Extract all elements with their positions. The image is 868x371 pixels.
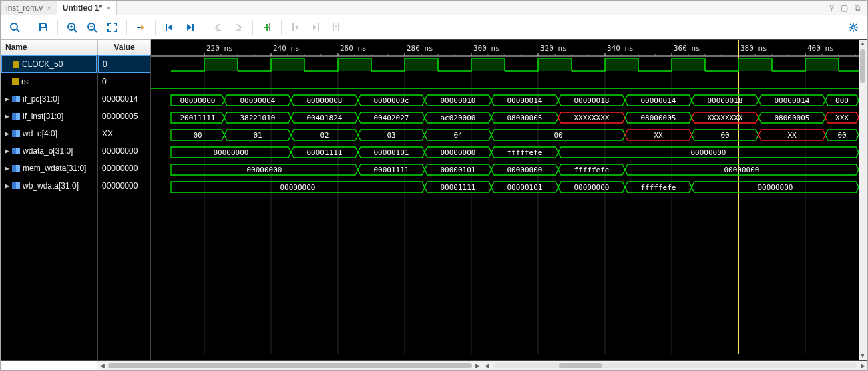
- svg-rect-17: [318, 23, 319, 31]
- swap-markers-icon[interactable]: [327, 19, 345, 36]
- next-marker-icon[interactable]: [307, 19, 324, 36]
- go-last-icon[interactable]: [181, 19, 198, 36]
- svg-text:00000101: 00000101: [507, 183, 543, 192]
- svg-text:00000000: 00000000: [280, 183, 316, 192]
- waveform-viewport[interactable]: 220 ns240 ns260 ns280 ns300 ns320 ns340 …: [151, 39, 867, 361]
- signal-row[interactable]: CLOCK_50: [1, 55, 97, 73]
- svg-line-5: [74, 29, 77, 32]
- svg-text:00000000: 00000000: [574, 183, 610, 192]
- svg-text:00001111: 00001111: [307, 148, 343, 157]
- names-h-scrollbar[interactable]: ◀▶: [97, 361, 483, 370]
- svg-text:03: 03: [387, 131, 395, 140]
- signal-value-cell[interactable]: 00000014: [98, 90, 150, 108]
- name-column-header[interactable]: Name: [1, 39, 97, 55]
- svg-text:00000014: 00000014: [641, 96, 676, 105]
- signal-row[interactable]: ▶wdata_o[31:0]: [1, 142, 97, 160]
- svg-text:0000000c: 0000000c: [374, 96, 409, 105]
- toolbar: [1, 15, 867, 39]
- svg-text:00001111: 00001111: [441, 183, 476, 192]
- signal-value-cell[interactable]: 00000000: [98, 142, 150, 160]
- svg-text:00000004: 00000004: [240, 96, 276, 105]
- bus-signal-icon: [12, 165, 20, 172]
- bus-signal-icon: [12, 148, 20, 154]
- zoom-out-icon[interactable]: [83, 19, 101, 36]
- svg-rect-86: [405, 59, 438, 71]
- svg-rect-16: [292, 23, 294, 31]
- maximize-icon[interactable]: ▢: [841, 3, 848, 13]
- signal-name-label: wb_wdata[31:0]: [23, 181, 79, 191]
- svg-line-9: [94, 29, 97, 32]
- prev-marker-icon[interactable]: [287, 19, 304, 36]
- close-icon[interactable]: ×: [47, 4, 51, 12]
- close-icon[interactable]: ×: [106, 4, 110, 12]
- svg-text:00000101: 00000101: [374, 148, 409, 157]
- chevron-right-icon[interactable]: ▶: [4, 165, 9, 172]
- zoom-in-icon[interactable]: [63, 19, 81, 36]
- svg-rect-92: [805, 59, 839, 71]
- svg-text:00000000: 00000000: [180, 96, 216, 105]
- next-transition-icon[interactable]: [230, 19, 247, 36]
- svg-rect-19: [338, 23, 339, 31]
- svg-rect-82: [738, 40, 739, 354]
- signal-row[interactable]: ▶wb_wdata[31:0]: [1, 177, 97, 195]
- help-icon[interactable]: ?: [829, 3, 834, 13]
- go-first-icon[interactable]: [161, 19, 178, 36]
- svg-text:00001111: 00001111: [374, 166, 409, 174]
- signal-row[interactable]: ▶mem_wdata[31:0]: [1, 160, 97, 177]
- signal-name-label: if_pc[31:0]: [23, 94, 59, 104]
- svg-text:fffffefe: fffffefe: [641, 183, 676, 192]
- tab-0[interactable]: inst_rom.v×: [1, 1, 57, 15]
- svg-text:00000000: 00000000: [691, 148, 726, 157]
- svg-text:260 ns: 260 ns: [340, 44, 367, 53]
- zoom-fit-icon[interactable]: [103, 19, 121, 36]
- svg-text:00000014: 00000014: [775, 96, 810, 105]
- svg-rect-88: [538, 59, 572, 71]
- svg-text:00000000: 00000000: [507, 166, 543, 174]
- chevron-right-icon[interactable]: ▶: [4, 182, 9, 189]
- signal-value-cell[interactable]: 00000000: [98, 160, 150, 177]
- signal-row[interactable]: rst: [1, 73, 97, 90]
- signal-value-cell[interactable]: XX: [98, 125, 150, 142]
- svg-text:02: 02: [320, 131, 329, 140]
- settings-icon[interactable]: [845, 19, 862, 36]
- signal-row[interactable]: ▶if_pc[31:0]: [1, 90, 97, 108]
- chevron-right-icon[interactable]: ▶: [4, 130, 9, 137]
- tab-bar: inst_rom.v×Untitled 1*× ? ▢ ⧉: [1, 1, 867, 15]
- svg-text:340 ns: 340 ns: [607, 44, 634, 53]
- add-marker-icon[interactable]: [258, 19, 276, 36]
- waveform-h-scrollbar[interactable]: ◀▶: [483, 361, 868, 370]
- svg-rect-89: [605, 59, 638, 71]
- chevron-right-icon[interactable]: ▶: [4, 96, 9, 102]
- svg-rect-91: [738, 59, 772, 71]
- signal-value-cell[interactable]: 0: [98, 73, 150, 90]
- prev-transition-icon[interactable]: [210, 19, 227, 36]
- svg-text:fffffefe: fffffefe: [574, 166, 610, 174]
- svg-rect-2: [41, 24, 45, 27]
- chevron-right-icon[interactable]: ▶: [4, 113, 9, 120]
- search-icon[interactable]: [6, 19, 23, 36]
- signal-row[interactable]: ▶wd_o[4:0]: [1, 125, 97, 142]
- tab-1[interactable]: Untitled 1*×: [57, 1, 117, 15]
- signal-value-cell[interactable]: 00000000: [98, 177, 150, 195]
- svg-rect-90: [672, 59, 705, 71]
- svg-text:00000018: 00000018: [708, 96, 743, 105]
- bit-signal-icon: [13, 61, 19, 68]
- svg-text:00000014: 00000014: [507, 96, 543, 105]
- go-to-cursor-icon[interactable]: [132, 19, 150, 36]
- chevron-right-icon[interactable]: ▶: [4, 148, 9, 154]
- svg-text:08000005: 08000005: [641, 114, 676, 122]
- svg-text:ac020000: ac020000: [441, 114, 476, 122]
- vertical-scrollbar[interactable]: ▲ ▼: [859, 40, 867, 360]
- signal-value-cell[interactable]: 08000005: [98, 108, 150, 125]
- bus-signal-icon: [12, 96, 20, 102]
- signal-name-label: wd_o[4:0]: [23, 129, 57, 138]
- svg-text:00: 00: [720, 131, 729, 140]
- bus-signal-icon: [12, 130, 20, 137]
- signal-value-cell[interactable]: 0: [98, 55, 150, 73]
- svg-text:00000101: 00000101: [441, 166, 476, 174]
- signal-row[interactable]: ▶if_inst[31:0]: [1, 108, 97, 125]
- restore-icon[interactable]: ⧉: [855, 3, 861, 13]
- value-column-header[interactable]: Value: [97, 39, 151, 55]
- save-icon[interactable]: [35, 19, 52, 36]
- tab-label: Untitled 1*: [63, 3, 102, 13]
